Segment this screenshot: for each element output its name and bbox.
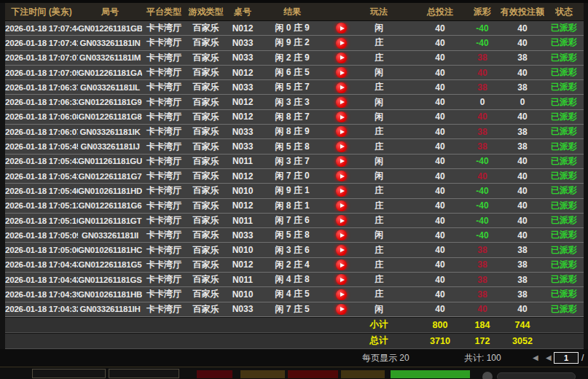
play-video-button[interactable]	[325, 52, 358, 63]
table-number: N012	[226, 112, 259, 122]
total-bet: 40	[400, 216, 464, 226]
round-id: GN011261181GS	[78, 276, 142, 284]
table-row: 2026-01-18 17:06:37 GN033261181IL 卡卡湾厅 百…	[5, 80, 584, 95]
total-bet: 40	[400, 156, 464, 166]
payout-amount: -40	[464, 156, 501, 166]
bet-side: 庄	[358, 244, 400, 257]
play-video-button[interactable]	[325, 215, 358, 226]
prev-page-button[interactable]: ◀	[546, 349, 552, 367]
play-video-button[interactable]	[325, 23, 358, 34]
background-partial-ui	[0, 367, 588, 379]
platform-type: 卡卡湾厅	[142, 200, 186, 212]
play-video-button[interactable]	[325, 185, 358, 196]
page-number-input[interactable]	[554, 352, 579, 364]
background-avatar	[482, 372, 493, 379]
platform-type: 卡卡湾厅	[142, 273, 186, 286]
first-page-button[interactable]: ◀	[533, 349, 538, 367]
bet-side: 庄	[358, 200, 400, 212]
background-button	[391, 370, 470, 378]
bet-time: 2026-01-18 17:05:43	[5, 157, 78, 165]
background-panel-box	[109, 369, 179, 378]
table-row: 2026-01-18 17:05:13 GN012261181G6 卡卡湾厅 百…	[5, 199, 584, 214]
game-type: 百家乐	[186, 141, 226, 153]
play-video-button[interactable]	[325, 171, 358, 181]
table-row: 2026-01-18 17:07:07 GN033261181IM 卡卡湾厅 百…	[5, 51, 584, 66]
total-bet: 40	[400, 186, 464, 196]
header-round-id: 局号	[78, 6, 142, 18]
table-body: 2026-01-18 17:07:44 GN012261181GB 卡卡湾厅 百…	[5, 21, 584, 317]
background-chat-input	[497, 372, 576, 379]
play-video-button[interactable]	[325, 126, 358, 137]
bet-time: 2026-01-18 17:07:05	[5, 69, 78, 77]
table-row: 2026-01-18 17:04:43 GN012261181G5 卡卡湾厅 百…	[5, 258, 584, 273]
platform-type: 卡卡湾厅	[142, 303, 186, 316]
subtotal-row: 小计 800 184 744	[5, 317, 584, 333]
bet-time: 2026-01-18 17:06:07	[5, 128, 78, 136]
bet-side: 闲	[358, 229, 400, 241]
play-video-button[interactable]	[325, 141, 358, 152]
platform-type: 卡卡湾厅	[142, 229, 186, 241]
platform-type: 卡卡湾厅	[142, 170, 186, 182]
background-button	[240, 370, 285, 378]
play-video-button[interactable]	[325, 274, 358, 285]
play-video-button[interactable]	[325, 259, 358, 270]
total-bet: 40	[400, 171, 464, 181]
round-id: GN012261181G7	[78, 172, 142, 181]
round-id: GN012261181G9	[78, 98, 142, 106]
total-bet: 40	[400, 245, 464, 255]
bet-side: 庄	[358, 184, 400, 197]
bet-time: 2026-01-18 17:04:32	[5, 305, 78, 313]
round-id: GN010261181HB	[78, 290, 142, 299]
table-row: 2026-01-18 17:05:43 GN011261181GU 卡卡湾厅 百…	[5, 155, 584, 169]
play-video-button[interactable]	[325, 289, 358, 300]
platform-type: 卡卡湾厅	[142, 259, 186, 271]
play-video-button[interactable]	[325, 156, 358, 167]
round-id: GN012261181GA	[78, 69, 142, 77]
table-number: N012	[226, 68, 259, 78]
total-payout: 172	[464, 336, 501, 346]
bet-side: 庄	[358, 141, 400, 153]
play-video-button[interactable]	[325, 230, 358, 241]
platform-type: 卡卡湾厅	[142, 111, 186, 123]
play-video-button[interactable]	[325, 200, 358, 211]
status-badge: 已派彩	[544, 200, 584, 212]
table-number: N011	[226, 216, 259, 226]
play-video-button[interactable]	[325, 67, 358, 78]
bet-time: 2026-01-18 17:04:43	[5, 260, 78, 269]
table-row: 2026-01-18 17:05:45 GN033261181IJ 卡卡湾厅 百…	[5, 139, 584, 154]
status-badge: 已派彩	[544, 111, 584, 123]
round-id: GN011261181GT	[78, 216, 142, 225]
header-platform: 平台类型	[142, 6, 186, 18]
payout-amount: 40	[464, 112, 501, 122]
platform-type: 卡卡湾厅	[142, 288, 186, 300]
round-id: GN033261181IH	[78, 305, 142, 313]
play-video-button[interactable]	[325, 244, 358, 255]
bet-side: 闲	[358, 170, 400, 182]
table-number: N012	[226, 200, 259, 211]
result-score: 闲 5 庄 7	[259, 81, 325, 93]
payout-amount: 38	[464, 275, 501, 285]
play-icon	[336, 274, 347, 285]
platform-type: 卡卡湾厅	[142, 52, 186, 64]
play-icon	[336, 245, 347, 256]
bet-records-table: 下注时间 (美东) 局号 平台类型 游戏类型 桌号 结果 玩法 总投注 派彩 有…	[5, 3, 584, 349]
status-badge: 已派彩	[544, 96, 584, 109]
payout-amount: -40	[464, 23, 501, 34]
table-row: 2026-01-18 17:06:08 GN012261181G8 卡卡湾厅 百…	[5, 110, 584, 125]
table-number: N010	[226, 245, 259, 255]
play-video-button[interactable]	[325, 96, 358, 107]
round-id: GN033261181II	[78, 231, 142, 240]
table-header-row: 下注时间 (美东) 局号 平台类型 游戏类型 桌号 结果 玩法 总投注 派彩 有…	[5, 3, 584, 21]
play-video-button[interactable]	[325, 304, 358, 315]
play-video-button[interactable]	[325, 37, 358, 48]
table-row: 2026-01-18 17:07:05 GN012261181GA 卡卡湾厅 百…	[5, 66, 584, 80]
status-badge: 已派彩	[544, 303, 584, 316]
valid-bet: 38	[501, 141, 544, 152]
play-icon	[336, 23, 347, 34]
play-video-button[interactable]	[325, 112, 358, 122]
result-score: 闲 3 庄 7	[259, 155, 325, 168]
result-score: 闲 7 庄 5	[259, 303, 325, 316]
play-icon	[336, 126, 347, 137]
play-icon	[336, 230, 347, 241]
play-video-button[interactable]	[325, 82, 358, 93]
